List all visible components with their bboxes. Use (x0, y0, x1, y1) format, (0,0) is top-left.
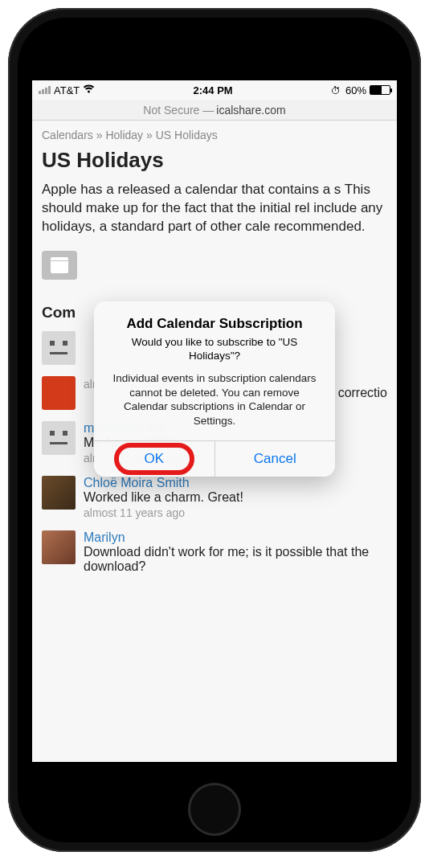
phone-frame: AT&T 2:44 PM 60% Not Secure — icalshare.… (8, 8, 421, 852)
status-time: 2:44 PM (194, 84, 233, 96)
subscribe-calendar-button[interactable] (42, 251, 77, 280)
phone-inner: AT&T 2:44 PM 60% Not Secure — icalshare.… (18, 18, 411, 842)
home-button[interactable] (188, 783, 241, 836)
battery-icon (370, 85, 390, 95)
breadcrumb-us-holidays[interactable]: US Holidays (156, 129, 218, 141)
domain-label: icalshare.com (216, 104, 285, 117)
calendar-icon (51, 257, 68, 273)
avatar (42, 331, 76, 365)
alert-subtitle: Would you like to subscribe to "US Holid… (107, 335, 322, 363)
comment-tail: correctio (338, 386, 387, 400)
avatar (42, 476, 76, 510)
breadcrumb-sep: » (146, 129, 153, 141)
alarm-icon (331, 84, 342, 96)
avatar (42, 530, 76, 564)
signal-icon (39, 86, 51, 94)
comment-text: Worked like a charm. Great! (84, 490, 387, 505)
status-bar: AT&T 2:44 PM 60% (32, 80, 397, 100)
breadcrumb-sep: » (96, 129, 103, 141)
breadcrumb-holiday[interactable]: Holiday (105, 129, 143, 141)
breadcrumb: Calendars » Holiday » US Holidays (42, 129, 387, 141)
alert-cancel-button[interactable]: Cancel (214, 441, 336, 477)
page-title: US Holidays (42, 148, 387, 173)
avatar (42, 421, 76, 455)
carrier-label: AT&T (54, 84, 80, 96)
alert-ok-button[interactable]: OK (94, 441, 214, 477)
alert-note: Individual events in subscription calend… (107, 371, 322, 428)
page-body-text: Apple has a released a calendar that con… (42, 181, 387, 236)
not-secure-label: Not Secure — (143, 104, 214, 117)
breadcrumb-calendars[interactable]: Calendars (42, 129, 93, 141)
comment-text: Download didn't work for me; is it possi… (84, 545, 387, 574)
alert-ok-label: OK (144, 451, 164, 466)
comment-item: Chloë Moira Smith Worked like a charm. G… (42, 476, 387, 519)
comment-author[interactable]: Chloë Moira Smith (84, 476, 387, 490)
screen: AT&T 2:44 PM 60% Not Secure — icalshare.… (32, 80, 397, 762)
safari-address-bar[interactable]: Not Secure — icalshare.com (32, 100, 397, 121)
avatar (42, 376, 76, 410)
alert-cancel-label: Cancel (254, 451, 296, 466)
comment-item: Marilyn Download didn't work for me; is … (42, 530, 387, 574)
alert-title: Add Calendar Subscription (107, 316, 322, 332)
calendar-subscription-alert: Add Calendar Subscription Would you like… (94, 301, 335, 477)
comment-author[interactable]: Marilyn (84, 530, 387, 545)
comment-time: almost 11 years ago (84, 506, 387, 519)
wifi-icon (83, 84, 95, 96)
battery-percent: 60% (345, 84, 366, 96)
